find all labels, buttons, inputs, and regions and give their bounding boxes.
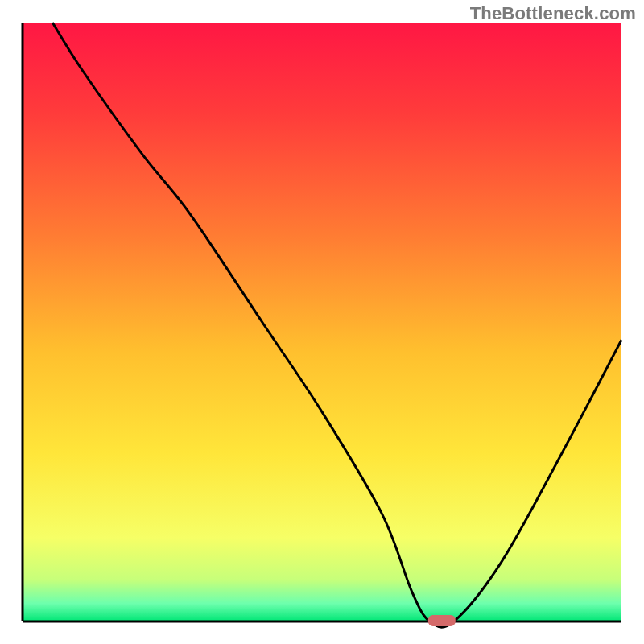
- plot-area: [23, 23, 621, 627]
- chart-svg: [0, 0, 644, 644]
- watermark-text: TheBottleneck.com: [470, 3, 636, 24]
- optimal-marker: [428, 615, 456, 626]
- bottleneck-chart: TheBottleneck.com: [0, 0, 644, 644]
